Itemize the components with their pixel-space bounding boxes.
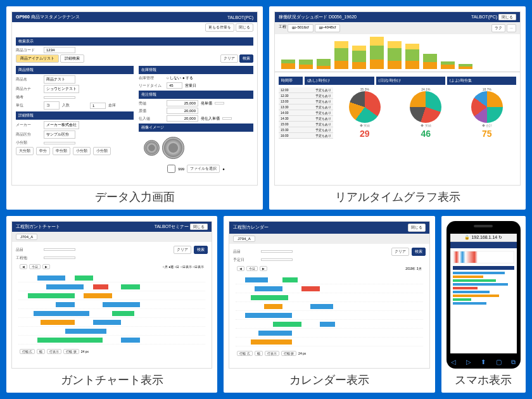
phone-toolbar: ◁ ▷ ⬆ ▢ ⧉ <box>446 358 521 366</box>
code-input[interactable]: 1234 <box>44 47 75 53</box>
filter-select[interactable]: gp-4048cf <box>315 24 341 32</box>
tab-detail-search[interactable]: 詳細検索 <box>60 54 84 63</box>
gear-icon <box>162 137 184 159</box>
run-button[interactable]: ラク <box>491 24 505 32</box>
search-button[interactable]: 検索 <box>239 54 253 63</box>
calendar-chart <box>233 273 425 349</box>
metric-2: 46 <box>421 129 431 139</box>
close-button[interactable]: 閉じる <box>498 14 516 20</box>
smartphone-mockup: 🔒 192.168.1.14 ↻ ◁ ▷ ⬆ ▢ ⧉ <box>446 221 521 369</box>
pie-chart-1 <box>349 91 381 123</box>
filter-select[interactable]: gp-5016cf <box>288 24 314 32</box>
gantt-panel: 工程別ガントチャートTALBOTセミナー 閉じる J704_A 品目クリア検索 … <box>11 221 212 369</box>
stock-section: 在庫情報 <box>139 66 253 74</box>
realtime-graph-panel: 稼働状況ダッシュボード D0056_19620 TALBOT(PC) 閉じる 工… <box>274 11 521 186</box>
clear-button[interactable]: クリア <box>220 54 238 63</box>
user-label: TALBOT(PC) <box>471 15 497 19</box>
action-button[interactable]: 更もる作業を <box>205 23 234 32</box>
info-section: 商品情報 <box>16 66 134 74</box>
more-button[interactable]: ... <box>507 24 516 32</box>
back-icon[interactable]: ◁ <box>451 358 456 366</box>
panel-title: 稼働状況ダッシュボード <box>279 15 327 19</box>
seg-btn[interactable]: 中分 <box>36 147 50 155</box>
search-section-header: 検索表示 <box>16 37 253 46</box>
image-section: 画像イメージ <box>139 124 253 132</box>
search-button[interactable]: 検索 <box>194 246 208 254</box>
detail-section: 詳細情報 <box>16 111 134 120</box>
forward-icon[interactable]: ▷ <box>466 358 471 366</box>
panel-title: 商品マスタメンテナンス <box>31 15 80 19</box>
memo-input[interactable] <box>44 96 75 99</box>
pie-chart-2 <box>410 91 441 123</box>
kana-input[interactable]: ショウヒンテスト <box>44 85 79 93</box>
gear-icon <box>144 140 160 156</box>
tab-item-list[interactable]: 商品アイテムリスト <box>16 54 59 63</box>
panel-title: 工程別カレンダー <box>233 224 269 231</box>
tab[interactable]: J704_A <box>233 236 255 242</box>
close-button[interactable]: 閉じる <box>408 224 426 232</box>
panel-caption: リアルタイムグラフ表示 <box>274 186 521 205</box>
file-select-button[interactable]: ファイルを選択 <box>187 165 220 173</box>
title-prefix: GP960 <box>16 15 30 19</box>
bookmark-icon[interactable]: ▢ <box>496 358 502 366</box>
close-button[interactable]: 閉じる <box>190 224 208 230</box>
month-label: 2019年 3月 <box>405 267 421 270</box>
tabs-icon[interactable]: ⧉ <box>511 358 516 366</box>
panel-caption: スマホ表示 <box>446 369 521 388</box>
phone-app-header <box>450 242 517 248</box>
time-section: 時間帯 <box>279 77 303 85</box>
product-image <box>139 132 189 163</box>
tab[interactable]: J704_A <box>16 234 37 240</box>
code-label: 商品コード <box>16 48 41 53</box>
file-checkbox[interactable] <box>167 165 175 173</box>
data-entry-panel: GP960 商品マスタメンテナンス TALBOT(PC) 更もる作業を 閉じる … <box>11 11 258 186</box>
pie-chart-3 <box>471 91 503 123</box>
panel-caption: ガントチャート表示 <box>11 369 212 388</box>
gantt-chart <box>16 271 208 347</box>
panel-title: 工程別ガントチャート <box>16 224 60 230</box>
panel-header: 稼働状況ダッシュボード D0056_19620 TALBOT(PC) 閉じる <box>275 12 520 22</box>
help-icon[interactable]: ● <box>222 167 225 171</box>
calendar-panel: 工程別カレンダー閉じる J704_A 品目クリア検索 予定日 ◀今日▶2019年… <box>229 221 429 369</box>
seg-btn[interactable]: 中分類 <box>53 147 70 155</box>
seg-btn[interactable]: 小分類 <box>93 147 111 155</box>
panel-caption: カレンダー表示 <box>229 369 429 388</box>
seg-btn[interactable]: 小分類 <box>73 147 91 155</box>
phone-content <box>450 248 517 354</box>
panel-header: GP960 商品マスタメンテナンス TALBOT(PC) <box>12 12 257 22</box>
clear-button[interactable]: クリア <box>174 246 191 254</box>
phone-line-chart <box>453 251 514 263</box>
metric-3: 75 <box>482 129 492 139</box>
order-section: 発注情報 <box>139 91 253 99</box>
metric-1: 29 <box>360 129 370 139</box>
time-table: 12:00予定もあり12:30予定もあり13:00予定もあり13:30予定もあり… <box>279 87 333 139</box>
phone-speaker <box>474 225 493 227</box>
seg-btn[interactable]: 大分類 <box>16 147 34 155</box>
bar-chart <box>275 34 520 72</box>
panel-caption: データ入力画面 <box>11 186 258 205</box>
phone-url-bar[interactable]: 🔒 192.168.1.14 ↻ <box>450 234 517 242</box>
user-label: TALBOT(PC) <box>227 15 253 20</box>
share-icon[interactable]: ⬆ <box>481 358 486 366</box>
name-input[interactable]: 商品テスト <box>44 75 75 84</box>
close-button[interactable]: 閉じる <box>236 23 253 32</box>
